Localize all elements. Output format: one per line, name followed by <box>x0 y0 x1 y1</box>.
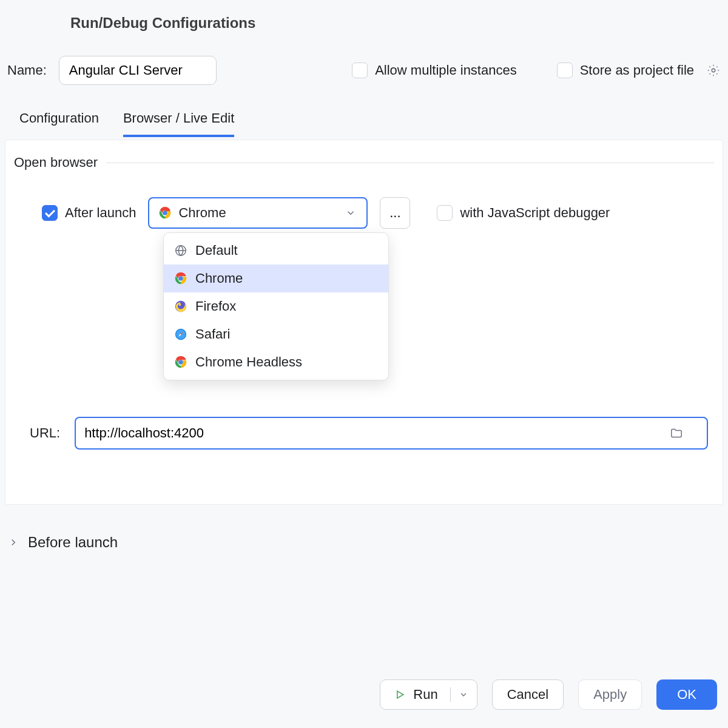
checkbox-unchecked-icon <box>352 62 368 78</box>
url-input[interactable] <box>75 417 708 450</box>
chrome-icon <box>174 271 188 286</box>
chevron-down-icon <box>343 206 358 220</box>
chevron-down-icon <box>456 687 471 702</box>
checkbox-checked-icon <box>42 205 58 221</box>
cancel-button[interactable]: Cancel <box>492 679 564 710</box>
allow-multiple-checkbox[interactable]: Allow multiple instances <box>352 62 517 78</box>
svg-point-0 <box>712 69 715 72</box>
section-divider <box>106 163 714 163</box>
checkbox-unchecked-icon <box>437 205 453 221</box>
tab-browser-live-edit[interactable]: Browser / Live Edit <box>123 110 234 137</box>
url-label: URL: <box>30 425 60 441</box>
open-browser-section-label: Open browser <box>14 155 98 170</box>
safari-icon <box>174 327 188 342</box>
svg-marker-11 <box>397 691 403 698</box>
gear-icon[interactable] <box>706 63 721 78</box>
dropdown-item-default[interactable]: Default <box>164 237 388 265</box>
firefox-icon <box>174 299 188 314</box>
globe-icon <box>174 243 188 258</box>
play-icon <box>393 687 407 702</box>
with-js-debugger-label: with JavaScript debugger <box>460 205 610 221</box>
after-launch-checkbox[interactable]: After launch <box>42 205 136 221</box>
dropdown-item-label: Safari <box>195 326 230 342</box>
run-button-label: Run <box>413 687 437 703</box>
browser-more-button[interactable]: ... <box>380 197 410 229</box>
dropdown-item-label: Default <box>195 243 238 258</box>
allow-multiple-label: Allow multiple instances <box>375 62 517 78</box>
before-launch-label: Before launch <box>28 534 118 551</box>
chevron-right-icon <box>6 535 21 550</box>
name-label: Name: <box>7 62 47 78</box>
run-split-button[interactable] <box>450 687 477 702</box>
tab-configuration[interactable]: Configuration <box>19 110 99 137</box>
chrome-icon <box>158 206 172 220</box>
dialog-title: Run/Debug Configurations <box>70 15 255 32</box>
dropdown-item-firefox[interactable]: Firefox <box>164 292 388 320</box>
after-launch-label: After launch <box>65 205 136 221</box>
browser-select-value: Chrome <box>178 205 226 221</box>
browser-dropdown: Default Chrome Firefox Safari Chrome Hea… <box>163 232 389 380</box>
browser-select[interactable]: Chrome <box>148 197 368 229</box>
checkbox-unchecked-icon <box>557 62 573 78</box>
folder-icon[interactable] <box>669 426 684 440</box>
ok-button[interactable]: OK <box>656 679 717 710</box>
dropdown-item-label: Chrome Headless <box>195 354 302 370</box>
dropdown-item-safari[interactable]: Safari <box>164 320 388 348</box>
name-input[interactable] <box>59 56 217 85</box>
dropdown-item-chrome-headless[interactable]: Chrome Headless <box>164 348 388 376</box>
chrome-icon <box>174 355 188 369</box>
run-button[interactable]: Run <box>380 679 477 710</box>
apply-button[interactable]: Apply <box>578 679 642 710</box>
dropdown-item-chrome[interactable]: Chrome <box>164 265 388 292</box>
store-as-project-label: Store as project file <box>580 62 694 78</box>
with-js-debugger-checkbox[interactable]: with JavaScript debugger <box>437 205 610 221</box>
dropdown-item-label: Chrome <box>195 271 243 286</box>
dropdown-item-label: Firefox <box>195 298 236 314</box>
store-as-project-checkbox[interactable]: Store as project file <box>557 62 694 78</box>
before-launch-section[interactable]: Before launch <box>6 534 118 551</box>
